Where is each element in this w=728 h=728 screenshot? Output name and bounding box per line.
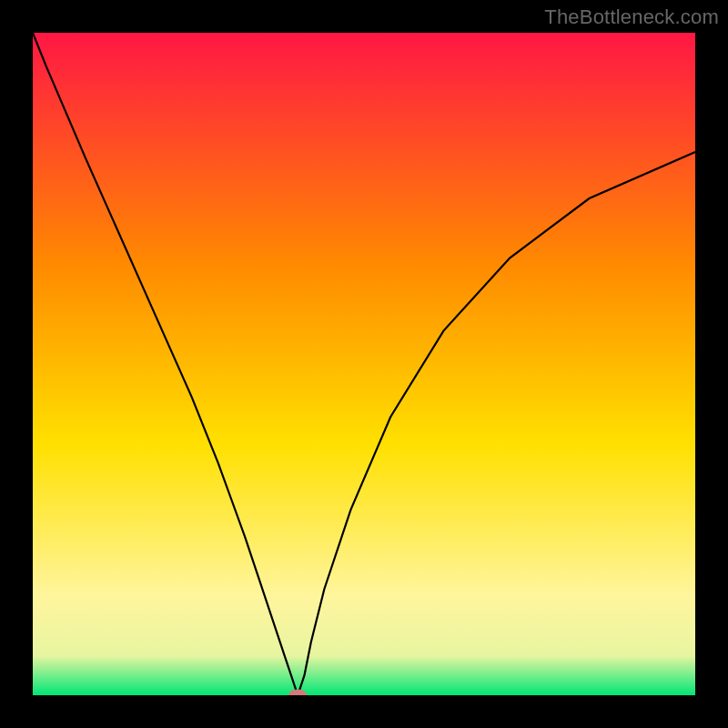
watermark-label: TheBottleneck.com [544, 5, 719, 29]
chart-plot-area [33, 33, 695, 695]
chart-frame: TheBottleneck.com [0, 0, 728, 728]
chart-svg [33, 33, 695, 695]
gradient-background [33, 33, 695, 695]
